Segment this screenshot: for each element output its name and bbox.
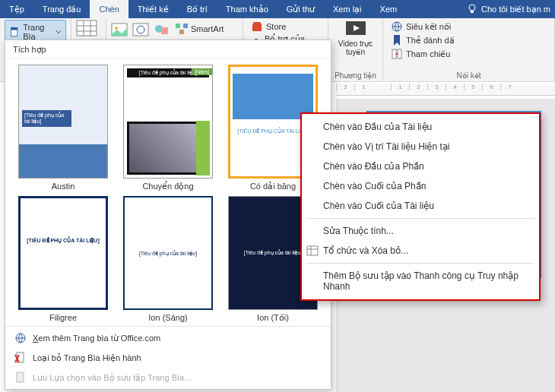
organize-label: Tổ chức và Xóa bỏ... [323,245,408,256]
page-icon [10,26,20,38]
crossref-button[interactable]: Tham chiếu [388,47,550,61]
tab-home[interactable]: Trang đầu [33,0,90,18]
more-from-office[interactable]: Xem thêm Trang bìa từ Office.com [5,328,331,348]
remove-page-icon [14,352,27,364]
more-label: Xem thêm Trang bìa từ Office.com [33,334,160,343]
smartart-button[interactable]: SmartArt [175,23,224,35]
bookmark-icon [391,34,403,46]
link-icon [391,21,403,33]
ribbon-tabs: Tệp Trang đầu Chèn Thiết kế Bố trí Tham … [0,0,555,18]
links-group-label: Nối kết [383,71,554,80]
tab-layout[interactable]: Bố trí [178,0,217,18]
smartart-label: SmartArt [191,24,224,33]
hyperlink-button[interactable]: Siêu kết nối [388,20,550,33]
lightbulb-icon [466,3,478,15]
context-menu: Chèn vào Đầu của Tài liệu Chèn vào Vị tr… [300,112,541,301]
tab-insert[interactable]: Chèn [90,0,128,18]
bookmark-label: Thẻ đánh dấ [406,36,455,46]
separator [306,218,534,219]
gallery-category-header: Tích hợp [5,40,331,58]
gallery-footer: Xem thêm Trang bìa từ Office.com Loại bỏ… [5,326,331,389]
svg-point-0 [469,5,475,11]
gallery-caption: Austin [52,182,75,191]
organize-delete[interactable]: Tổ chức và Xóa bỏ... [302,241,539,261]
svg-rect-4 [77,21,97,36]
online-video-icon[interactable] [344,20,367,38]
svg-rect-12 [183,24,188,28]
save-page-icon [14,371,27,384]
separator [306,263,534,264]
save-selection-gallery: Lưu Lựa chọn vào Bộ sưu tập Trang Bìa... [5,368,331,387]
cover-page-label: Trang Bìa [23,23,52,41]
gallery-item-austin[interactable]: [Tiêu đề phụ của tài liệu] Austin [13,65,113,191]
tell-me-text: Cho tôi biết bạn m [481,5,550,14]
svg-rect-18 [398,49,401,58]
insert-doc-end[interactable]: Chèn vào Cuối của Tài liệu [302,196,539,216]
insert-section-end[interactable]: Chèn vào Cuối của Phần [302,176,539,196]
store-label: Store [266,22,286,31]
svg-rect-3 [11,27,17,30]
pictures-icon[interactable] [111,23,128,38]
gallery-caption: Ion (Sáng) [148,313,187,322]
svg-rect-11 [176,24,180,28]
thumb-year: [Năm] [192,68,212,75]
gallery-caption: Chuyển động [142,182,193,191]
store-icon [251,21,263,33]
svg-rect-7 [133,24,148,36]
svg-rect-17 [392,49,396,58]
tab-mailings[interactable]: Gửi thư [278,0,324,18]
gallery-item-ion-light[interactable]: [Tiêu đề phụ của tài liệu] Ion (Sáng) [118,196,218,323]
add-gallery-qat[interactable]: Thêm Bộ sưu tập vào Thanh công cụ Truy n… [302,266,539,296]
gallery-caption: Filigree [49,313,77,322]
thumbnail: [TIÊU ĐỀ PHỤ CỦA TÀI LIỆU] [18,196,108,310]
tab-view[interactable]: Xem [371,0,407,18]
gallery-item-motion[interactable]: [Năm] [Tiêu đề phụ của tài liệu] Chuyển … [118,65,218,191]
online-pictures-icon[interactable] [132,23,149,38]
tab-file[interactable]: Tệp [0,0,33,18]
shapes-icon[interactable] [154,23,170,38]
hyperlink-label: Siêu kết nối [406,22,451,32]
thumb-subtitle: [TIÊU ĐỀ PHỤ CỦA TÀI LIỆU] [24,238,103,244]
crossref-icon [391,48,403,60]
horizontal-ruler[interactable]: 211234567 [336,84,555,96]
svg-rect-1 [471,11,474,13]
gallery-item-filigree[interactable]: [TIÊU ĐỀ PHỤ CỦA TÀI LIỆU] Filigree [13,196,113,323]
thumbnail: [Tiêu đề phụ của tài liệu] [18,65,108,179]
gallery-grid: [Tiêu đề phụ của tài liệu] Austin [Năm] … [5,58,331,326]
globe-icon [14,332,27,344]
svg-rect-22 [307,246,318,255]
crossref-label: Tham chiếu [406,49,450,59]
remove-label: Loại bỏ Trang Bìa Hiện hành [33,353,141,363]
table-icon [76,20,97,36]
insert-current-pos[interactable]: Chèn vào Vị trí Tài liệu Hiện tại [302,137,539,156]
smartart-icon [175,23,189,35]
svg-point-6 [115,27,118,30]
gallery-caption: Có dải băng [250,182,296,191]
remove-cover-page[interactable]: Loại bỏ Trang Bìa Hiện hành [5,348,331,368]
thumb-subtitle: [Tiêu đề phụ của tài liệu] [22,110,71,127]
organize-icon [306,245,319,257]
tell-me-search[interactable]: Cho tôi biết bạn m [461,3,555,15]
insert-doc-start[interactable]: Chèn vào Đầu của Tài liệu [302,117,539,137]
video-label[interactable]: Video trực tuyến [333,40,378,56]
bookmark-button[interactable]: Thẻ đánh dấ [388,33,550,47]
media-group-label: Phương tiện [328,71,382,80]
thumbnail: [Năm] [Tiêu đề phụ của tài liệu] [123,65,213,179]
insert-section-start[interactable]: Chèn vào Đầu của Phần [302,156,539,176]
svg-rect-21 [17,372,24,382]
svg-rect-13 [179,30,184,34]
svg-rect-10 [161,27,168,34]
chevron-down-icon [56,29,61,35]
edit-properties[interactable]: Sửa Thuộc tính... [302,221,539,241]
gallery-caption: Ion (Tối) [257,313,289,323]
tab-review[interactable]: Xem lại [324,0,371,18]
thumb-subtitle: [Tiêu đề phụ của tài liệu] [128,251,208,257]
tab-references[interactable]: Tham khảo [217,0,278,18]
store-button[interactable]: Store [248,20,323,33]
thumbnail: [Tiêu đề phụ của tài liệu] [123,196,213,310]
cover-page-gallery: Tích hợp [Tiêu đề phụ của tài liệu] Aust… [5,40,331,390]
save-label: Lưu Lựa chọn vào Bộ sưu tập Trang Bìa... [33,373,191,383]
tab-design[interactable]: Thiết kế [128,0,178,18]
